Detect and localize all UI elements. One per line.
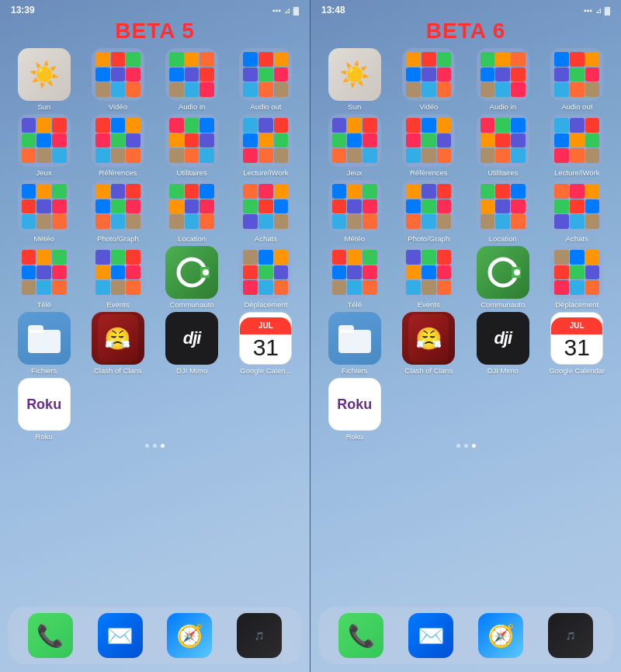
app-item-util[interactable]: Utilitaires	[156, 114, 228, 177]
app-label-achats: Achats	[255, 234, 277, 243]
app-label-refs: Références	[99, 168, 137, 177]
signal-icon-right: ▪▪▪	[584, 6, 592, 15]
mail-dock-icon-left[interactable]: ✉️	[98, 613, 143, 658]
app-item-events[interactable]: Events	[82, 246, 154, 309]
app-item-communauto[interactable]: Communauto	[467, 246, 539, 309]
app-label-audioin: Audio in	[179, 102, 205, 111]
status-time-right: 13:48	[321, 5, 345, 16]
mail-dock-icon-right[interactable]: ✉️	[408, 613, 453, 658]
app-item-location[interactable]: Location	[156, 180, 228, 243]
app-item-tele[interactable]: Télé	[318, 246, 391, 309]
app-item-audioin[interactable]: Audio in	[156, 48, 228, 111]
app-label-photo: Photo/Graph	[97, 234, 139, 243]
app-label-meteo: Météo	[33, 234, 54, 243]
app-label-tele: Télé	[348, 300, 362, 309]
status-time-left: 13:39	[11, 5, 35, 16]
app-label-communauto: Communauto	[170, 300, 214, 309]
app-item-refs[interactable]: Références	[82, 114, 154, 177]
app-label-audioin: Audio in	[490, 102, 516, 111]
app-label-video: Vidéo	[109, 102, 127, 111]
app-item-sun[interactable]: ☀️Sun	[318, 48, 391, 111]
beta-title-left: BETA 5	[0, 19, 310, 43]
music-icon-left: 🎵	[255, 632, 264, 640]
phone-dock-icon-left[interactable]: 📞	[28, 613, 73, 658]
app-label-util: Utilitaires	[487, 168, 518, 177]
app-item-events[interactable]: Events	[393, 246, 466, 309]
app-label-audioout: Audio out	[561, 102, 592, 111]
app-item-audioout[interactable]: Audio out	[541, 48, 614, 111]
app-item-achats[interactable]: Achats	[230, 180, 302, 243]
app-label-roku: Roku	[36, 432, 53, 441]
app-item-jeux[interactable]: Jeux	[8, 114, 80, 177]
safari-dock-icon-right[interactable]: 🧭	[478, 613, 523, 658]
app-label-events: Events	[106, 300, 129, 309]
empty-slot	[230, 378, 302, 441]
wifi-icon-right: ⊿	[595, 6, 602, 15]
app-item-deplacement[interactable]: Déplacement	[230, 246, 302, 309]
app-label-deplacement: Déplacement	[555, 300, 598, 309]
dock-right: 📞 ✉️ 🧭 🎵	[318, 607, 613, 664]
left-screen: 13:39 ▪▪▪ ⊿ ▓ BETA 5 ☀️SunVidéoAudio inA…	[0, 0, 310, 672]
app-item-audioin[interactable]: Audio in	[467, 48, 539, 111]
mail-icon-right: ✉️	[418, 623, 445, 649]
app-label-meteo: Météo	[345, 234, 365, 243]
empty-slot	[541, 378, 614, 441]
safari-icon-right: 🧭	[487, 623, 515, 649]
app-item-communauto[interactable]: Communauto	[156, 246, 228, 309]
dot-3-left	[161, 444, 165, 448]
app-label-sun: Sun	[348, 102, 361, 111]
app-label-video: Vidéo	[419, 102, 438, 111]
app-item-photo[interactable]: Photo/Graph	[393, 180, 466, 243]
app-item-fichiers[interactable]: Fichiers	[318, 312, 391, 375]
app-item-tele[interactable]: Télé	[8, 246, 80, 309]
app-item-video[interactable]: Vidéo	[393, 48, 466, 111]
dock-left: 📞 ✉️ 🧭 🎵	[8, 607, 302, 664]
page-dots-left	[0, 444, 310, 448]
app-label-audioout: Audio out	[250, 102, 281, 111]
app-item-util[interactable]: Utilitaires	[467, 114, 539, 177]
mail-icon-left: ✉️	[106, 623, 134, 649]
app-item-deplacement[interactable]: Déplacement	[541, 246, 614, 309]
app-item-jeux[interactable]: Jeux	[318, 114, 391, 177]
safari-dock-icon-left[interactable]: 🧭	[167, 613, 212, 658]
app-label-events: Events	[418, 300, 440, 309]
app-item-roku[interactable]: RokuRoku	[318, 378, 391, 441]
app-label-jeux: Jeux	[36, 168, 52, 177]
app-item-lecture[interactable]: Lecture/iWork	[230, 114, 302, 177]
app-item-achats[interactable]: Achats	[541, 180, 614, 243]
app-item-clash[interactable]: 😤Clash of Clans	[393, 312, 466, 375]
app-item-video[interactable]: Vidéo	[82, 48, 154, 111]
app-label-location: Location	[489, 234, 517, 243]
page-dots-right	[310, 444, 621, 448]
app-item-roku[interactable]: RokuRoku	[8, 378, 80, 441]
app-item-refs[interactable]: Références	[393, 114, 466, 177]
music-icon-right: 🎵	[566, 632, 575, 640]
signal-icon-left: ▪▪▪	[272, 6, 281, 15]
app-item-meteo[interactable]: Météo	[318, 180, 391, 243]
app-item-meteo[interactable]: Météo	[8, 180, 80, 243]
app-label-lecture: Lecture/iWork	[554, 168, 599, 177]
app-label-clash: Clash of Clans	[404, 366, 453, 375]
app-item-photo[interactable]: Photo/Graph	[82, 180, 154, 243]
app-label-calendar: Google Calen...	[240, 366, 291, 375]
music-dock-icon-left[interactable]: 🎵	[237, 613, 282, 658]
app-label-dji: DJI Mimo	[487, 366, 519, 375]
app-item-dji[interactable]: djiDJI Mimo	[467, 312, 539, 375]
status-icons-left: ▪▪▪ ⊿ ▓	[272, 6, 299, 15]
app-item-audioout[interactable]: Audio out	[230, 48, 302, 111]
app-label-fichiers: Fichiers	[342, 366, 367, 375]
music-dock-icon-right[interactable]: 🎵	[548, 613, 593, 658]
app-label-dji: DJI Mimo	[176, 366, 207, 375]
app-item-lecture[interactable]: Lecture/iWork	[541, 114, 614, 177]
app-label-lecture: Lecture/iWork	[243, 168, 288, 177]
empty-slot	[467, 378, 539, 441]
app-item-fichiers[interactable]: Fichiers	[8, 312, 80, 375]
app-item-dji[interactable]: djiDJI Mimo	[156, 312, 228, 375]
app-item-calendar[interactable]: JUL31Google Calendar	[541, 312, 614, 375]
phone-dock-icon-right[interactable]: 📞	[338, 613, 383, 658]
app-item-calendar[interactable]: JUL31Google Calen...	[230, 312, 302, 375]
app-item-clash[interactable]: 😤Clash of Clans	[82, 312, 154, 375]
app-item-location[interactable]: Location	[467, 180, 539, 243]
app-item-sun[interactable]: ☀️Sun	[8, 48, 80, 111]
beta-title-right: BETA 6	[310, 19, 621, 43]
